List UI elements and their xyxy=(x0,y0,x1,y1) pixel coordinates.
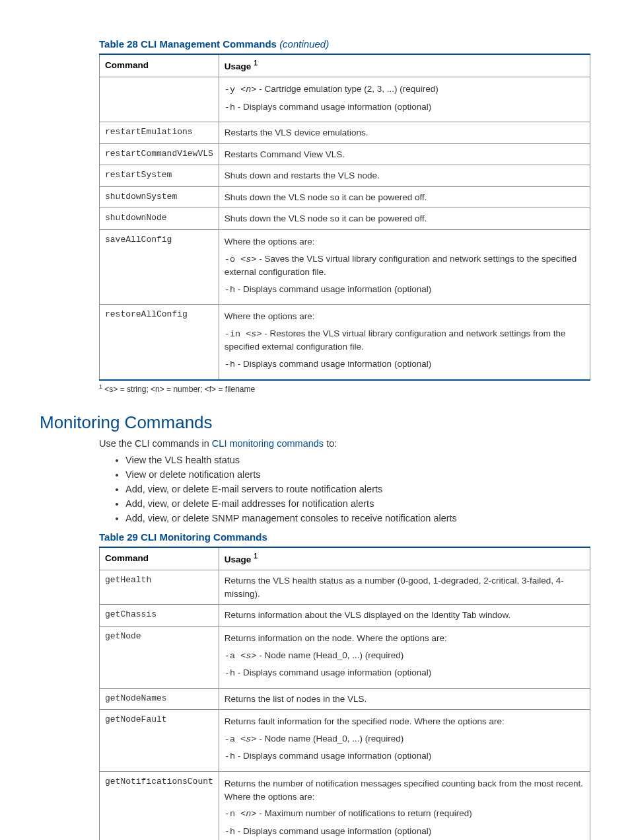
monitoring-bullets: View the VLS health statusView or delete… xyxy=(112,455,590,523)
usage-line: -n <n> - Maximum number of notifications… xyxy=(225,807,584,821)
table-row: shutdownSystemShuts down the VLS node so… xyxy=(100,186,590,208)
monitoring-intro-post: to: xyxy=(324,438,337,449)
usage-flag: -h xyxy=(225,827,235,837)
usage-flag: -h xyxy=(225,360,235,369)
usage-flag: -a xyxy=(225,651,240,661)
command-cell: shutdownSystem xyxy=(100,186,219,208)
usage-flag: -o xyxy=(225,254,240,264)
usage-flag: -h xyxy=(225,668,235,678)
usage-arg: <s> xyxy=(240,651,256,661)
table28-footnote-text: <s> = string; <n> = number; <f> = filena… xyxy=(102,385,255,394)
usage-line: -in <s> - Restores the VLS virtual libra… xyxy=(225,327,584,354)
command-cell: getHealth xyxy=(100,570,219,605)
list-item: Add, view, or delete E-mail servers to r… xyxy=(125,484,590,494)
usage-cell: Where the options are:-o <s> - Saves the… xyxy=(219,230,590,305)
table28: Command Usage 1 -y <n> - Cartridge emula… xyxy=(99,54,590,381)
table-row: -y <n> - Cartridge emulation type (2, 3,… xyxy=(100,77,590,122)
table-row: getNodeFaultReturns fault information fo… xyxy=(100,710,590,772)
table-row: restoreAllConfigWhere the options are:-i… xyxy=(100,305,590,380)
table28-caption: Table 28 CLI Management Commands (contin… xyxy=(99,38,590,50)
usage-line: -h - Displays command usage information … xyxy=(225,100,584,114)
list-item: View or delete notification alerts xyxy=(125,469,590,480)
command-cell: getNotificationsCount xyxy=(100,771,219,840)
table29-caption: Table 29 CLI Monitoring Commands xyxy=(99,531,590,543)
table-row: getNotificationsCountReturns the number … xyxy=(100,771,590,840)
table29-head-usage-label: Usage xyxy=(225,554,252,564)
usage-cell: Shuts down the VLS node so it can be pow… xyxy=(219,186,590,208)
usage-desc: - Displays command usage information (op… xyxy=(235,102,431,112)
usage-cell: -y <n> - Cartridge emulation type (2, 3,… xyxy=(219,77,590,122)
table-row: restartCommandViewVLSRestarts Command Vi… xyxy=(100,143,590,165)
usage-cell: Returns information on the node. Where t… xyxy=(219,627,590,689)
usage-line: -h - Displays command usage information … xyxy=(225,283,584,297)
usage-cell: Where the options are:-in <s> - Restores… xyxy=(219,305,590,380)
usage-desc: - Displays command usage information (op… xyxy=(235,284,431,294)
command-cell: saveAllConfig xyxy=(100,230,219,305)
monitoring-intro-link[interactable]: CLI monitoring commands xyxy=(212,438,324,449)
table-row: restartEmulationsRestarts the VLS device… xyxy=(100,122,590,144)
command-cell xyxy=(100,77,219,122)
usage-flag: -n xyxy=(225,809,240,819)
command-cell: restartEmulations xyxy=(100,122,219,144)
usage-line: -h - Displays command usage information … xyxy=(225,749,584,763)
usage-line: -a <s> - Node name (Head_0, ...) (requir… xyxy=(225,732,584,746)
usage-line: -h - Displays command usage information … xyxy=(225,825,584,839)
usage-desc: - Displays command usage information (op… xyxy=(235,668,431,677)
usage-arg: <n> xyxy=(240,809,256,819)
usage-flag: -y xyxy=(225,85,240,95)
usage-desc: - Displays command usage information (op… xyxy=(235,751,431,761)
command-cell: getNodeFault xyxy=(100,710,219,772)
usage-lead: Returns information on the node. Where t… xyxy=(225,632,584,645)
usage-lead: Where the options are: xyxy=(225,310,584,323)
list-item: Add, view, or delete SNMP management con… xyxy=(125,513,590,523)
monitoring-heading: Monitoring Commands xyxy=(40,412,590,433)
table28-caption-prefix: Table 28 CLI Management Commands xyxy=(99,38,277,50)
usage-arg: <n> xyxy=(240,85,256,95)
usage-line: -a <s> - Node name (Head_0, ...) (requir… xyxy=(225,649,584,663)
list-item: Add, view, or delete E-mail addresses fo… xyxy=(125,498,590,509)
table28-head-command: Command xyxy=(100,54,219,77)
usage-arg: <s> xyxy=(240,734,256,744)
table-row: getHealthReturns the VLS health status a… xyxy=(100,570,590,605)
command-cell: getNodeNames xyxy=(100,688,219,710)
usage-desc: - Displays command usage information (op… xyxy=(235,359,431,369)
usage-desc: - Maximum number of notifications to ret… xyxy=(256,808,472,818)
command-cell: restartCommandViewVLS xyxy=(100,143,219,165)
monitoring-intro: Use the CLI commands in CLI monitoring c… xyxy=(99,437,590,451)
usage-cell: Shuts down the VLS node so it can be pow… xyxy=(219,208,590,230)
table-row: getNodeNamesReturns the list of nodes in… xyxy=(100,688,590,710)
table28-head-usage-label: Usage xyxy=(225,61,252,71)
usage-desc: - Node name (Head_0, ...) (required) xyxy=(256,734,403,744)
command-cell: getChassis xyxy=(100,605,219,627)
table-row: shutdownNodeShuts down the VLS node so i… xyxy=(100,208,590,230)
usage-line: -h - Displays command usage information … xyxy=(225,666,584,680)
usage-cell: Restarts Command View VLS. xyxy=(219,143,590,165)
usage-cell: Returns fault information for the specif… xyxy=(219,710,590,772)
table-row: getChassisReturns information about the … xyxy=(100,605,590,627)
usage-cell: Restarts the VLS device emulations. xyxy=(219,122,590,144)
usage-lead: Returns the number of notification messa… xyxy=(225,777,584,803)
usage-flag: -in xyxy=(225,329,246,339)
table28-caption-suffix: (continued) xyxy=(279,38,329,50)
command-cell: shutdownNode xyxy=(100,208,219,230)
table29-head-command: Command xyxy=(100,547,219,570)
usage-cell: Returns the number of notification messa… xyxy=(219,771,590,840)
usage-line: -y <n> - Cartridge emulation type (2, 3,… xyxy=(225,83,584,96)
table29-head-usage-sup: 1 xyxy=(254,553,258,560)
table-row: getNodeReturns information on the node. … xyxy=(100,627,590,689)
monitoring-intro-pre: Use the CLI commands in xyxy=(99,438,212,449)
command-cell: restartSystem xyxy=(100,165,219,187)
table28-footnote: 1 <s> = string; <n> = number; <f> = file… xyxy=(99,383,590,394)
table28-head-usage: Usage 1 xyxy=(219,54,590,77)
usage-line: -o <s> - Saves the VLS virtual library c… xyxy=(225,252,584,279)
command-cell: getNode xyxy=(100,627,219,689)
usage-desc: - Cartridge emulation type (2, 3, ...) (… xyxy=(256,84,438,94)
usage-flag: -h xyxy=(225,102,235,112)
usage-lead: Where the options are: xyxy=(225,235,584,248)
usage-cell: Returns the list of nodes in the VLS. xyxy=(219,688,590,710)
usage-flag: -h xyxy=(225,285,235,295)
usage-arg: <s> xyxy=(246,329,262,339)
usage-cell: Shuts down and restarts the VLS node. xyxy=(219,165,590,187)
usage-cell: Returns the VLS health status as a numbe… xyxy=(219,570,590,605)
table29-head-usage: Usage 1 xyxy=(219,547,590,570)
